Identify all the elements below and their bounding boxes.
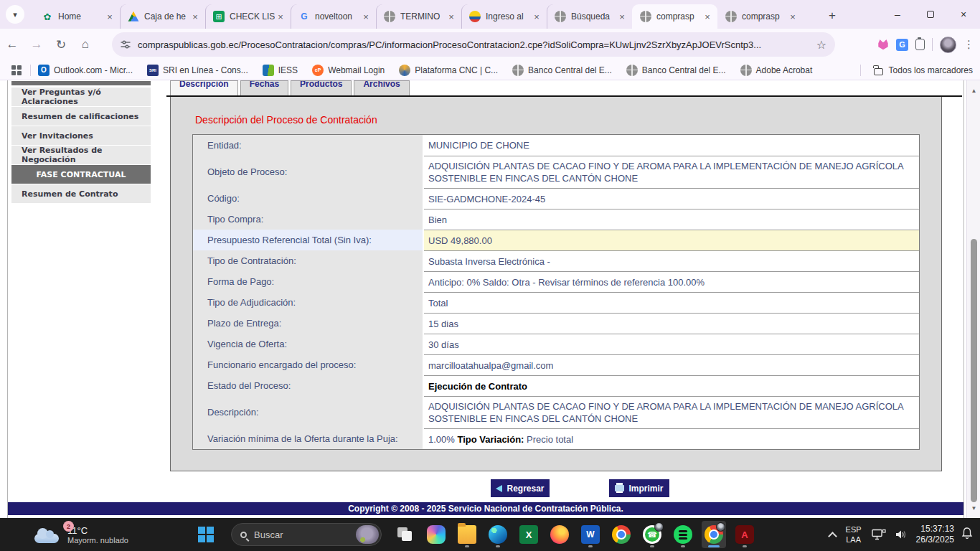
clock-date: 26/3/2025 — [916, 534, 954, 545]
sidebar-item[interactable]: Ver Preguntas y/ó Aclaraciones — [11, 88, 151, 106]
bookmark-cnc[interactable]: Plataforma CNC | C... — [399, 65, 498, 76]
browser-tab-drive[interactable]: Caja de he × — [120, 4, 205, 29]
app-icon — [489, 525, 507, 544]
scroll-down-icon[interactable]: ▼ — [967, 505, 980, 512]
sidebar-item[interactable]: FASE CONTRACTUAL — [11, 165, 151, 184]
taskbar-app-edge[interactable] — [489, 521, 507, 548]
all-bookmarks-label[interactable]: Todos los marcadores — [889, 65, 973, 75]
tab-close-icon[interactable]: × — [104, 11, 116, 22]
start-button[interactable] — [195, 524, 217, 545]
content-tab[interactable]: Archivos — [354, 80, 409, 95]
site-info-icon[interactable] — [121, 39, 131, 50]
taskbar-app-firefox[interactable] — [550, 521, 569, 548]
tab-title: Home — [58, 11, 104, 22]
language-indicator[interactable]: ESP LAA — [846, 524, 862, 545]
sidebar-item-label: Resumen de Contrato — [22, 189, 118, 199]
sidebar-item[interactable]: Ver Resultados de Negociación — [11, 146, 151, 164]
maximize-button[interactable] — [914, 0, 947, 29]
network-icon[interactable] — [872, 529, 886, 540]
tab-search-button[interactable]: ▾ — [6, 5, 24, 24]
extension-pink-icon[interactable] — [877, 39, 889, 50]
taskbar-app-excel[interactable] — [519, 521, 538, 548]
volume-icon[interactable] — [895, 529, 908, 540]
content-tabs: Descripción Fechas Productos Archivos — [170, 80, 410, 95]
tab-close-icon[interactable]: × — [360, 11, 372, 22]
bookmark-cpanel[interactable]: Webmail Login — [312, 65, 385, 76]
weather-widget[interactable]: 2 11°C Mayorm. nublado — [34, 521, 156, 548]
taskbar-app-chrome[interactable] — [612, 521, 631, 548]
translate-icon[interactable]: G — [896, 39, 908, 51]
taskbar-app-taskview[interactable] — [396, 521, 415, 548]
profile-avatar[interactable] — [940, 37, 956, 53]
tab-close-icon[interactable]: × — [702, 11, 713, 22]
sidebar-item[interactable]: Ver Invitaciones — [11, 126, 151, 145]
browser-tab-globe[interactable]: comprasp × — [717, 4, 803, 29]
taskbar-app-whatsapp[interactable] — [643, 521, 661, 548]
taskbar-app-spotify[interactable] — [674, 521, 692, 548]
back-button[interactable]: ← — [0, 32, 24, 57]
tab-favicon — [298, 11, 310, 22]
taskbar-app-copilot[interactable] — [427, 521, 446, 548]
browser-tab-google[interactable]: noveltoon × — [291, 4, 376, 29]
row-label: Presupuesto Referencial Total (Sin Iva): — [193, 230, 424, 250]
tab-close-icon[interactable]: × — [189, 11, 201, 22]
search-highlight-image[interactable] — [356, 525, 379, 544]
address-bar[interactable]: compraspublicas.gob.ec/ProcesoContrataci… — [112, 32, 835, 57]
browser-tab-sheets[interactable]: CHECK LIS × — [205, 4, 291, 29]
sidebar-item[interactable]: Resumen de Contrato — [11, 184, 151, 203]
bookmark-label: Adobe Acrobat — [756, 65, 813, 75]
bookmark-iess[interactable]: IESS — [263, 65, 298, 76]
sidebar: Ver Preguntas y/ó Aclaraciones Resumen d… — [11, 81, 151, 204]
browser-tab-globe[interactable]: TERMINO × — [376, 4, 461, 29]
scrollbar[interactable]: ▲ ▼ — [966, 80, 980, 518]
menu-dots-icon[interactable]: ⋮ — [963, 38, 974, 51]
running-indicator — [588, 545, 593, 547]
imprimir-button[interactable]: Imprimir — [609, 479, 669, 497]
windows-icon — [198, 527, 214, 542]
bookmark-sri[interactable]: SRI en Línea - Cons... — [147, 65, 248, 76]
browser-tab-globe[interactable]: comprasp × — [632, 4, 717, 29]
reload-button[interactable]: ↻ — [49, 32, 73, 57]
taskbar-app-chrome[interactable] — [702, 521, 726, 548]
notifications-bell-icon[interactable] — [961, 527, 973, 542]
taskbar-app-explorer[interactable] — [458, 521, 476, 548]
browser-tab-globe[interactable]: Búsqueda × — [547, 4, 632, 29]
content-tab[interactable]: Descripción — [170, 80, 238, 95]
tab-close-icon[interactable]: × — [787, 11, 798, 22]
new-tab-button[interactable]: + — [824, 7, 841, 24]
taskbar-search[interactable]: Buscar — [231, 523, 382, 546]
content-tab[interactable]: Productos — [291, 80, 352, 95]
table-row: Presupuesto Referencial Total (Sin Iva):… — [193, 230, 919, 250]
content-tab-label: Productos — [300, 80, 342, 91]
bookmarks-overflow: Todos los marcadores — [852, 60, 973, 80]
tab-close-icon[interactable]: × — [531, 11, 542, 22]
bookmark-list: Outlook.com - Micr... SRI en Línea - Con… — [38, 65, 812, 76]
bookmark-outlook[interactable]: Outlook.com - Micr... — [38, 65, 133, 76]
taskbar-app-acrobat[interactable] — [735, 521, 754, 548]
scroll-up-icon[interactable]: ▲ — [967, 88, 980, 94]
scrollbar-thumb[interactable] — [971, 239, 977, 502]
forward-button[interactable]: → — [24, 32, 49, 57]
home-button[interactable]: ⌂ — [73, 32, 98, 57]
extensions-icon[interactable] — [915, 39, 925, 50]
bookmark-globe[interactable]: Adobe Acrobat — [740, 65, 813, 76]
apps-grid-icon[interactable] — [11, 65, 22, 75]
minimize-button[interactable]: – — [881, 0, 914, 29]
bookmark-star-icon[interactable]: ☆ — [816, 38, 826, 52]
browser-tab-ecuador[interactable]: Ingreso al × — [461, 4, 547, 29]
taskbar-app-word[interactable] — [581, 521, 600, 548]
sidebar-item[interactable]: Resumen de calificaciones — [11, 107, 151, 126]
bookmark-globe[interactable]: Banco Central del E... — [626, 65, 726, 76]
close-button[interactable]: × — [947, 0, 980, 29]
tab-close-icon[interactable]: × — [616, 11, 628, 22]
browser-tab-home[interactable]: Home × — [34, 4, 120, 29]
tray-chevron-up-icon[interactable] — [828, 532, 837, 541]
app-icon — [581, 525, 600, 544]
tab-close-icon[interactable]: × — [446, 11, 457, 22]
regresar-button[interactable]: Regresar — [491, 479, 550, 497]
tab-close-icon[interactable]: × — [275, 11, 286, 22]
clock[interactable]: 15:37:13 26/3/2025 — [916, 524, 954, 545]
bookmark-globe[interactable]: Banco Central del E... — [512, 65, 612, 76]
content-tab[interactable]: Fechas — [240, 80, 288, 95]
app-icon — [612, 525, 631, 544]
